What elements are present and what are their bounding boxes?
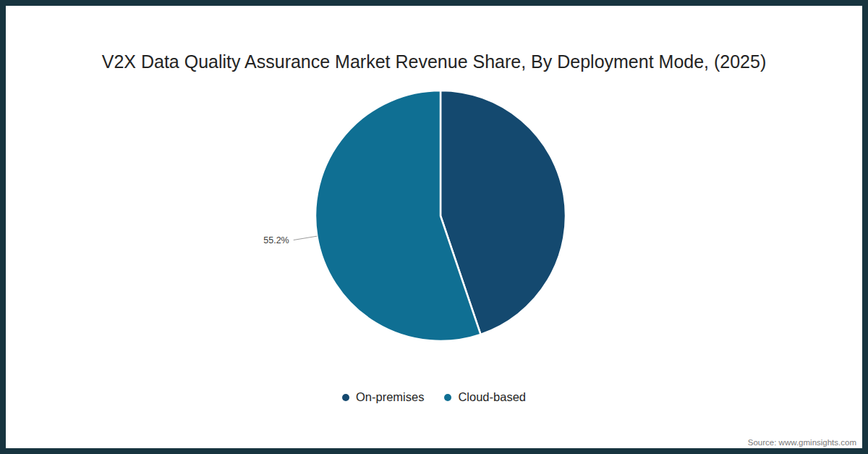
legend-marker-cloud-based-icon <box>444 394 451 401</box>
legend-label-cloud-based: Cloud-based <box>458 390 526 404</box>
legend-item-cloud-based: Cloud-based <box>444 390 526 404</box>
pie-chart <box>6 6 868 454</box>
legend: On-premises Cloud-based <box>6 390 862 404</box>
chart-canvas: V2X Data Quality Assurance Market Revenu… <box>0 0 868 454</box>
legend-marker-on-premises-icon <box>342 394 349 401</box>
slice-value-label: 55.2% <box>263 235 289 245</box>
legend-label-on-premises: On-premises <box>356 390 424 404</box>
label-leader-line <box>294 236 318 240</box>
legend-item-on-premises: On-premises <box>342 390 424 404</box>
source-attribution: Source: www.gminsights.com <box>748 438 856 447</box>
